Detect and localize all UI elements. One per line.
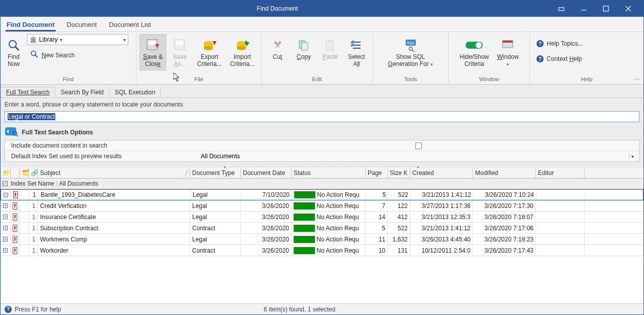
cell-editor [536,190,585,200]
expand-icon[interactable]: + [3,237,8,241]
expand-icon[interactable]: + [3,203,8,208]
cell-status: No Action Requ [292,212,366,222]
paste-icon [324,37,336,54]
library-combo[interactable]: 🏛️ Library ▾ ▾ [27,34,128,45]
svg-point-35 [476,42,482,48]
col-doc-date[interactable]: Document Date [241,168,292,178]
row-number: 1 [29,190,39,200]
table-row[interactable]: +1Bantle_1993_DiabetesCareLegal7/10/2020… [1,189,643,200]
default-index-select[interactable]: All Documents ▾ [201,153,636,160]
cell-date: 3/26/2020 [241,212,292,222]
save-close-icon [146,37,160,54]
tab-document[interactable]: Document [66,18,98,31]
table-row[interactable]: +1Insurance CertificateLegal3/26/2020 No… [1,212,643,223]
cell-type: Legal [190,234,241,244]
cell-status: No Action Requ [292,200,366,211]
col-status[interactable]: Status [292,168,366,178]
default-index-value: All Documents [201,153,240,160]
cell-editor [536,212,585,222]
select-all-button[interactable]: SelectAll [344,34,369,71]
svg-point-16 [204,46,213,50]
cell-created: 3/21/2013 1:41:12 [411,190,474,200]
svg-rect-2 [603,6,609,11]
maximize-button[interactable] [595,1,617,16]
tab-full-text-search[interactable]: Full Text Search [1,87,55,97]
col-folder-icon[interactable]: 📁 [1,168,11,178]
group-label: Index Set Name : All Documents [11,180,98,187]
tab-sql-execution[interactable]: SQL Execution [110,87,161,97]
cell-pages: 11 [366,234,388,244]
splitter[interactable]: ▴ · · · · · · · · · · · · · · · · · · · … [1,164,643,168]
table-row[interactable]: +1Subscription ContractContract3/26/2020… [1,223,643,234]
col-size[interactable]: Size K [388,168,410,178]
col-doc-icon[interactable] [11,168,20,178]
cell-modified: 3/26/2020 7:18:23 [473,234,536,244]
minimize-button[interactable] [573,1,595,16]
expand-icon[interactable]: + [4,193,8,197]
copy-icon [298,37,310,54]
cell-modified: 3/26/2020 7:17:30 [473,200,536,211]
col-link-icon[interactable]: 🔗 [29,168,38,178]
close-button[interactable] [617,1,639,16]
tab-search-by-field[interactable]: Search By Field [55,87,110,97]
expand-icon[interactable]: + [3,248,8,253]
col-editor[interactable]: Editor [536,168,585,178]
save-and-close-button[interactable]: Save &Close [139,34,166,71]
table-row[interactable]: +1WorkorderContract3/26/2020 No Action R… [1,245,643,256]
col-attach-icon[interactable]: 🗂️ [20,168,29,178]
group-label-help: Help [533,75,640,83]
group-label-tools: Tools [376,75,445,83]
chevron-down-icon: ▾ [431,62,433,67]
chevron-down-icon: ▾ [507,62,509,67]
search-hint: Enter a word, phrase or query statement … [5,101,639,108]
cell-editor [536,245,585,256]
group-row[interactable]: − Index Set Name : All Documents [1,179,643,189]
cell-date: 3/26/2020 [241,200,292,211]
copy-button[interactable]: Copy [291,34,316,63]
collapse-ribbon-icon[interactable]: ︿ [635,75,640,82]
svg-point-32 [409,47,412,51]
help-topics-button[interactable]: ? Help Topics... [533,38,587,49]
cell-created: 3/27/2013 1:17:36 [410,200,473,211]
window-menu-button[interactable]: Window▾ [493,34,522,71]
search-input[interactable]: Legal or Contract [5,111,639,122]
library-label: Library [39,36,58,43]
cell-created: 3/21/2013 1:41:12 [410,223,473,233]
save-as-icon [173,37,187,54]
help-icon: ? [536,55,544,62]
table-row[interactable]: +1Workmens CompLegal3/26/2020 No Action … [1,234,643,245]
import-criteria-button[interactable]: Import Criteria... [226,34,258,71]
cut-button[interactable]: ✂️ Cut [265,34,290,63]
cell-editor [536,234,585,244]
show-sql-button[interactable]: SQL Show SQLGeneration For ▾ [380,34,441,71]
table-row[interactable]: +1Credit VerficationLegal3/26/2020 No Ac… [1,200,643,212]
expand-icon[interactable]: + [3,226,8,230]
context-help-button[interactable]: ? Context Help [533,53,585,64]
new-search-button[interactable]: New Search [27,48,128,62]
cell-size: 522 [388,190,411,200]
cell-status: No Action Requ [292,234,366,244]
col-subject[interactable]: Subject╱ [38,168,190,178]
search-options-icon [5,126,19,138]
include-content-checkbox[interactable] [415,143,422,149]
collapse-icon[interactable]: − [3,181,8,186]
new-search-label: ew Search [46,52,75,59]
find-now-button[interactable]: Find Now [4,34,24,71]
export-criteria-button[interactable]: Export Criteria... [194,34,226,71]
tab-document-list[interactable]: Document List [108,18,152,31]
col-pages[interactable]: Page [366,168,388,178]
window-restore-small-icon[interactable] [550,1,573,16]
col-modified[interactable]: Modified [473,168,536,178]
cell-modified: 3/26/2020 7:10:24 [474,190,536,200]
col-created[interactable]: Created [410,168,473,178]
import-icon [235,37,249,54]
cell-created: 3/21/2013 12:35:3 [410,212,473,222]
status-indicator-icon [294,225,315,232]
hide-show-criteria-button[interactable]: Hide/Show Criteria [456,34,492,71]
expand-icon[interactable]: + [3,215,8,219]
search-options-header[interactable]: Full Text Search Options [5,126,639,138]
col-doc-type[interactable]: Document Type [190,168,241,178]
checklist-icon [350,37,363,54]
tab-find-document[interactable]: Find Document [6,18,56,31]
cell-type: Contract [190,223,241,233]
